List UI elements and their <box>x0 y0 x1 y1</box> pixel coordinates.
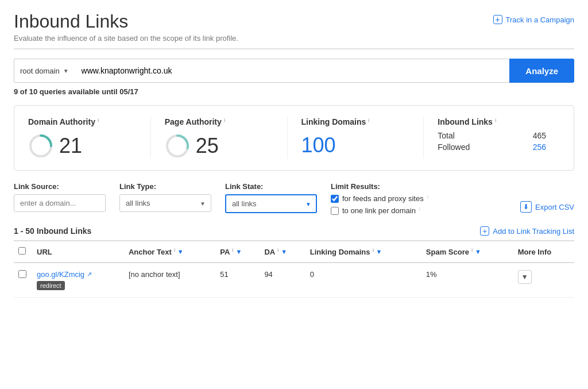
url-text: goo.gl/KZmcig <box>37 270 84 279</box>
url-cell: goo.gl/KZmcig ↗ redirect <box>32 263 124 298</box>
page-authority-block: Page Authority ⁱ 25 <box>165 117 288 159</box>
link-source-label: Link Source: <box>14 182 106 191</box>
linking-domains-value: 0 <box>310 270 314 279</box>
anchor-text-value: [no anchor text] <box>129 270 180 279</box>
metrics-panel: Domain Authority ⁱ 21 Page Authority ⁱ <box>14 105 574 171</box>
add-tracking-button[interactable]: + Add to Link Tracking List <box>480 226 574 236</box>
count-range: 1 - 50 <box>14 226 34 236</box>
table-row: goo.gl/KZmcig ↗ redirect [no anchor text… <box>14 263 574 298</box>
expand-button[interactable]: ▼ <box>518 270 532 284</box>
anchor-text-cell: [no anchor text] <box>124 263 215 298</box>
limit-results-filter: Limit Results: for feeds and proxy sites… <box>331 182 428 215</box>
chevron-down-icon: ▼ <box>63 68 69 74</box>
domain-authority-info-icon[interactable]: ⁱ <box>98 118 99 126</box>
linking-domains-block: Linking Domains ⁱ 100 <box>301 117 424 159</box>
inbound-total-value: 465 <box>533 131 546 140</box>
analyze-label: Analyze <box>525 66 558 76</box>
linking-domains-cell: 0 <box>305 263 421 298</box>
link-state-label: Link State: <box>225 182 317 191</box>
one-link-checkbox[interactable] <box>331 207 339 215</box>
pa-value: 51 <box>220 270 228 279</box>
select-all-checkbox[interactable] <box>18 247 26 255</box>
feeds-proxy-checkbox[interactable] <box>331 195 339 203</box>
link-type-select[interactable]: all links followed nofollowed <box>119 194 211 212</box>
filters-row: Link Source: Link Type: all links follow… <box>14 182 574 215</box>
more-info-column-header: More Info <box>513 241 574 263</box>
spam-score-column-header[interactable]: Spam Score ⁱ ▼ <box>421 241 513 263</box>
spam-score-cell: 1% <box>421 263 513 298</box>
select-all-header <box>14 241 32 263</box>
one-link-checkbox-row[interactable]: to one link per domain ⁱ <box>331 206 428 215</box>
anchor-text-info-icon[interactable]: ⁱ <box>174 248 175 256</box>
queries-available: 9 of 10 queries available until 05/17 <box>14 87 574 96</box>
download-icon: ⬇ <box>520 201 532 213</box>
external-link-icon: ↗ <box>87 271 92 278</box>
url-input[interactable] <box>75 59 510 83</box>
more-info-cell: ▼ <box>513 263 574 298</box>
domain-authority-circle <box>28 133 53 159</box>
inbound-links-info-icon[interactable]: ⁱ <box>495 118 496 126</box>
add-tracking-label: Add to Link Tracking List <box>493 227 574 236</box>
one-link-info-icon[interactable]: ⁱ <box>419 207 420 214</box>
domain-type-dropdown[interactable]: root domain ▼ <box>14 59 75 83</box>
plus-icon: + <box>493 15 502 24</box>
export-csv-button[interactable]: ⬇ Export CSV <box>520 201 574 215</box>
link-source-input[interactable] <box>14 194 106 212</box>
inbound-links-table: URL Anchor Text ⁱ ▼ PA ⁱ ▼ <box>14 240 574 298</box>
analyze-button[interactable]: Analyze <box>509 59 574 83</box>
domain-authority-label: Domain Authority ⁱ <box>28 117 137 126</box>
inbound-followed-label: Followed <box>438 142 470 152</box>
domain-authority-block: Domain Authority ⁱ 21 <box>28 117 151 159</box>
link-type-filter: Link Type: all links followed nofollowed <box>119 182 211 212</box>
feeds-proxy-label: for feeds and proxy sites <box>342 194 424 203</box>
page-authority-value: 25 <box>196 134 219 158</box>
one-link-label: to one link per domain <box>342 206 416 215</box>
da-column-header[interactable]: DA ⁱ ▼ <box>260 241 305 263</box>
link-state-filter: Link State: all links active deleted <box>225 182 317 213</box>
inbound-links-label: Inbound Links ⁱ <box>438 117 546 126</box>
page-authority-circle <box>165 133 190 159</box>
count-label: Inbound Links <box>37 226 92 236</box>
link-state-select[interactable]: all links active deleted <box>225 194 317 213</box>
link-source-filter: Link Source: <box>14 182 106 212</box>
linking-domains-label: Linking Domains ⁱ <box>301 117 410 126</box>
anchor-text-column-header: Anchor Text ⁱ ▼ <box>124 241 215 263</box>
page-subtitle: Evaluate the influence of a site based o… <box>14 34 238 43</box>
linking-domains-info-icon[interactable]: ⁱ <box>368 118 369 126</box>
linking-domains-value: 100 <box>301 133 336 157</box>
pa-sort-icon[interactable]: ▼ <box>235 248 242 255</box>
export-label: Export CSV <box>535 203 574 211</box>
row-checkbox-cell <box>14 263 32 298</box>
domain-type-label: root domain <box>20 67 60 75</box>
inbound-links-block: Inbound Links ⁱ Total 465 Followed 256 <box>438 117 560 159</box>
linking-domains-sort-icon[interactable]: ▼ <box>376 248 382 255</box>
page-authority-info-icon[interactable]: ⁱ <box>224 118 225 126</box>
feeds-proxy-info-icon[interactable]: ⁱ <box>427 195 428 202</box>
limit-results-label: Limit Results: <box>331 182 428 191</box>
url-link[interactable]: goo.gl/KZmcig ↗ <box>37 270 119 279</box>
da-value: 94 <box>264 270 272 279</box>
anchor-text-sort-icon[interactable]: ▼ <box>177 248 184 255</box>
inbound-total-label: Total <box>438 131 455 140</box>
track-campaign-button[interactable]: + Track in a Campaign <box>493 15 574 24</box>
link-type-label: Link Type: <box>119 182 211 191</box>
pa-info-icon[interactable]: ⁱ <box>232 248 233 256</box>
inbound-followed-value: 256 <box>533 142 546 152</box>
domain-authority-value: 21 <box>59 134 82 158</box>
page-authority-label: Page Authority ⁱ <box>165 117 273 126</box>
add-tracking-plus-icon: + <box>480 226 489 236</box>
da-info-icon[interactable]: ⁱ <box>277 248 278 256</box>
row-checkbox[interactable] <box>18 270 26 278</box>
pa-column-header[interactable]: PA ⁱ ▼ <box>215 241 260 263</box>
url-column-header: URL <box>32 241 124 263</box>
linking-domains-col-info-icon[interactable]: ⁱ <box>373 248 374 256</box>
da-sort-icon[interactable]: ▼ <box>281 248 287 255</box>
da-cell: 94 <box>260 263 305 298</box>
page-title: Inbound Links <box>14 11 238 32</box>
feeds-proxy-checkbox-row[interactable]: for feeds and proxy sites ⁱ <box>331 194 428 203</box>
search-bar: root domain ▼ Analyze <box>14 59 574 83</box>
spam-score-value: 1% <box>426 270 437 279</box>
spam-sort-icon[interactable]: ▼ <box>475 248 481 255</box>
linking-domains-column-header[interactable]: Linking Domains ⁱ ▼ <box>305 241 421 263</box>
spam-score-info-icon[interactable]: ⁱ <box>471 248 473 256</box>
